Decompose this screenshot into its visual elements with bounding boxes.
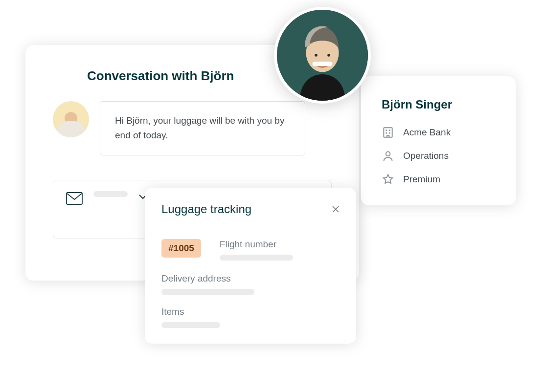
profile-item-label: Acme Bank [403,127,451,138]
profile-item-company: Acme Bank [382,126,495,139]
agent-message: Hi Björn, your luggage will be with you … [100,101,305,155]
svg-rect-0 [67,193,82,204]
agent-avatar [53,101,89,137]
svg-point-9 [315,54,318,57]
tracking-title: Luggage tracking [161,202,251,216]
profile-attribute-list: Acme Bank Operations Premium [382,126,495,186]
svg-rect-11 [313,62,333,66]
profile-item-label: Premium [403,174,440,185]
building-icon [382,126,394,139]
field-label: Flight number [220,239,340,250]
field-value-placeholder [161,289,254,295]
tracking-header: Luggage tracking [161,202,340,226]
star-icon [382,173,394,186]
field-delivery-address: Delivery address [161,273,340,295]
svg-point-6 [386,152,390,156]
profile-name: Björn Singer [382,98,495,111]
svg-point-3 [389,130,390,131]
tracking-card: Luggage tracking #1005 Flight number Del… [145,188,356,344]
customer-avatar [274,7,371,104]
person-icon [382,150,394,162]
field-items: Items [161,306,340,328]
profile-item-department: Operations [382,150,495,162]
ticket-id-badge: #1005 [161,239,201,258]
composer-placeholder [93,191,128,197]
profile-item-tier: Premium [382,173,495,186]
field-label: Delivery address [161,273,340,284]
mail-icon [66,192,83,205]
svg-point-5 [389,132,390,133]
field-value-placeholder [220,255,293,261]
profile-card: Björn Singer Acme Bank Operations [361,76,516,205]
svg-point-4 [386,132,387,133]
message-row: Hi Björn, your luggage will be with you … [53,101,332,155]
field-label: Items [161,306,340,317]
field-value-placeholder [161,322,220,328]
field-flight-number: Flight number [220,239,340,261]
svg-point-10 [327,54,330,57]
tracking-top-row: #1005 Flight number [161,239,340,261]
profile-item-label: Operations [403,151,449,161]
svg-point-2 [386,130,387,131]
close-icon[interactable] [332,205,340,213]
